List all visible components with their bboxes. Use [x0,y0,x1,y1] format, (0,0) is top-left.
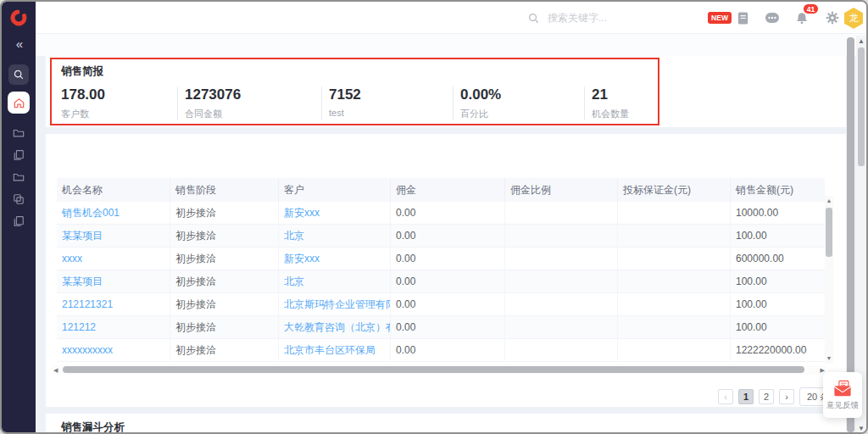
stat-value: 21 [592,86,669,103]
table-cell [617,339,730,361]
copy-icon [13,215,25,227]
global-search-input[interactable]: 搜索关键字... [527,2,607,34]
table-cell [504,339,617,361]
table-cell: 0.00 [390,248,504,270]
table-cell: 0.00 [390,293,504,315]
customer-link[interactable]: 北京 [278,270,390,292]
customer-link[interactable]: 新安xxx [278,248,390,270]
tab-bar [36,34,868,56]
stat-block: 7152test [321,86,453,120]
stat-label: 合同金额 [185,108,321,120]
table-row: 销售机会001初步接洽新安xxx0.0010000.00 [57,202,825,225]
scroll-left-arrow[interactable]: ◀ [53,366,58,374]
messages-button[interactable] [765,12,780,25]
table-cell: 初步接洽 [170,202,278,224]
stat-label: test [329,108,453,118]
column-header: 销售金额(元) [730,178,825,202]
pagination-prev-button[interactable]: ‹ [718,389,733,404]
table-cell [617,202,730,224]
column-header: 佣金比例 [504,178,617,202]
app-logo [2,8,36,27]
pagination-page-1[interactable]: 1 [738,389,754,404]
table-vertical-scrollbar[interactable]: ▲ ▼ [825,196,833,364]
sidebar-item-module-2[interactable] [13,149,25,161]
sidebar-item-home-active[interactable] [8,92,30,114]
folder-icon [13,127,25,139]
scroll-down-arrow[interactable]: ▼ [856,425,866,432]
opportunity-link[interactable]: 212121321 [57,293,170,315]
sidebar-item-module-1[interactable] [13,127,25,139]
table-cell: 10000.00 [730,202,825,224]
table-cell: 初步接洽 [170,270,278,292]
sidebar-item-module-4[interactable] [13,193,25,205]
app-window: « [0,0,868,434]
table-cell: 600000.00 [730,248,825,270]
table-header-row: 机会名称销售阶段客户佣金佣金比例投标保证金(元)销售金额(元) [57,178,825,202]
stat-label: 百分比 [460,108,584,120]
stack-icon [13,193,25,205]
opportunity-link[interactable]: 某某项目 [57,270,170,292]
book-icon [736,11,750,25]
stat-block: 1273076合同金额 [177,86,321,120]
scrollbar-thumb[interactable] [826,208,832,257]
table-cell: 100.00 [730,293,825,315]
new-badge: NEW [708,12,732,24]
table-cell: 1222220000.00 [730,339,825,361]
stat-label: 机会数量 [592,108,669,120]
table-row: xxxx初步接洽新安xxx0.00600000.00 [57,248,825,270]
opportunity-link[interactable]: xxxx [57,248,170,270]
opportunity-link[interactable]: 121212 [57,316,170,338]
table-cell: 0.00 [390,202,504,224]
table-cell [617,225,730,247]
scrollbar-thumb[interactable] [858,47,865,166]
sidebar-item-search[interactable] [8,64,29,85]
table-cell: 100.00 [730,225,825,247]
stat-value: 0.00% [460,86,584,103]
table-cell: 初步接洽 [170,248,278,270]
table-row: xxxxxxxxxx初步接洽北京市丰台区环保局0.001222220000.00 [57,339,825,362]
table-row: 212121321初步接洽北京斯玛特企业管理有限公...0.00100.00 [57,293,825,316]
feedback-widget-button[interactable]: 意见反馈 [823,372,862,418]
table-cell [617,293,730,315]
column-header: 佣金 [390,178,504,202]
table-horizontal-scrollbar[interactable]: ◀ ▶ [53,365,826,375]
stat-block: 178.00客户数 [61,86,177,120]
sidebar-item-module-3[interactable] [13,171,25,183]
logo-c-icon [9,8,28,27]
stat-value: 1273076 [185,86,321,103]
copy-icon [13,149,25,161]
column-header: 销售阶段 [170,178,278,202]
customer-link[interactable]: 北京 [278,225,390,247]
home-icon [13,97,25,109]
scroll-down-arrow[interactable]: ▼ [825,355,833,362]
customer-link[interactable]: 新安xxx [278,202,390,224]
customer-link[interactable]: 北京市丰台区环保局 [278,339,390,361]
stat-block: 0.00%百分比 [453,86,584,120]
table-cell [504,316,617,338]
notebook-button[interactable] [736,11,750,25]
column-header: 机会名称 [57,178,170,202]
pagination-page-2[interactable]: 2 [759,389,774,404]
table-row: 某某项目初步接洽北京0.00100.00 [57,225,825,248]
scrollbar-thumb[interactable] [63,366,804,373]
scroll-up-arrow[interactable]: ▲ [825,198,833,204]
customer-link[interactable]: 北京斯玛特企业管理有限公... [278,293,390,315]
folder-icon [13,171,25,183]
stat-value: 7152 [329,86,453,103]
customer-link[interactable]: 大乾教育咨询（北京）有限... [278,316,390,338]
settings-button[interactable] [826,11,839,25]
opportunity-link[interactable]: 某某项目 [57,225,170,247]
sidebar-collapse-button[interactable]: « [2,37,36,51]
pagination-next-button[interactable]: › [779,389,794,404]
table-cell: 初步接洽 [170,293,278,315]
sales-brief-stats: 178.00客户数1273076合同金额7152test0.00%百分比21机会… [61,86,669,120]
table-cell: 100.00 [730,270,825,292]
sales-brief-title: 销售简报 [61,64,103,79]
chat-icon [765,12,780,25]
table-cell [504,202,617,224]
opportunity-link[interactable]: 销售机会001 [57,202,170,224]
scroll-up-arrow[interactable]: ▲ [856,37,866,45]
table-cell [504,270,617,292]
opportunity-link[interactable]: xxxxxxxxxx [57,339,170,361]
sidebar-item-module-5[interactable] [13,215,25,227]
